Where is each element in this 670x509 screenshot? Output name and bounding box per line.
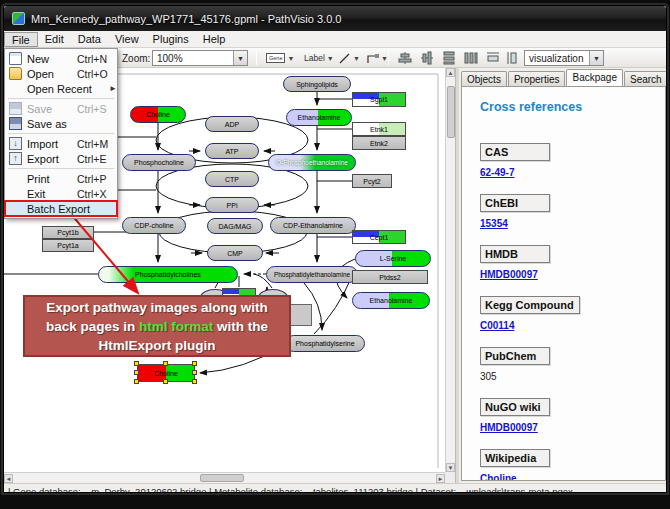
visualization-value: visualization: [525, 53, 589, 64]
zoom-combobox[interactable]: 100% ▼: [152, 50, 248, 66]
chevron-down-icon: ▼: [381, 55, 388, 62]
toolbar-separator: [256, 51, 257, 65]
shortcut-label: Ctrl+E: [77, 153, 117, 165]
scroll-right-arrow[interactable]: ►: [436, 474, 445, 483]
file-menu-item-label: Batch Export: [27, 203, 90, 215]
xref-value: 305: [480, 371, 497, 382]
vertical-scrollbar[interactable]: ▲ ▼: [445, 68, 455, 472]
selection-handle[interactable]: [192, 379, 197, 384]
menu-data[interactable]: Data: [71, 32, 108, 47]
file-menu-item-import[interactable]: ↓ImportCtrl+M: [5, 136, 117, 151]
selection-handle[interactable]: [163, 361, 168, 366]
title-bar[interactable]: Mm_Kennedy_pathway_WP1771_45176.gpml - P…: [4, 6, 666, 31]
node-cept1[interactable]: Cept1: [352, 230, 406, 244]
file-menu-item-print[interactable]: PrintCtrl+P: [5, 171, 117, 186]
node-etnk1[interactable]: Etnk1: [352, 122, 406, 136]
node-etnk2[interactable]: Etnk2: [352, 136, 406, 150]
file-menu-item-label: Open: [27, 68, 77, 80]
selection-handle[interactable]: [134, 361, 139, 366]
node-pcyt2[interactable]: Pcyt2: [352, 174, 392, 188]
node-phosphatidylcholines[interactable]: Phosphatidylcholines: [98, 266, 238, 283]
align-center-y-button[interactable]: [416, 50, 438, 66]
vertical-scroll-thumb[interactable]: [447, 86, 455, 138]
file-menu-item-open-recent[interactable]: Open Recent►: [5, 81, 117, 96]
xref-link[interactable]: 15354: [480, 218, 508, 229]
node-adp[interactable]: ADP: [205, 116, 259, 132]
selection-handle[interactable]: [192, 361, 197, 366]
xref-link[interactable]: Choline: [480, 473, 517, 481]
node-pcyt1a[interactable]: Pcyt1a: [42, 239, 94, 252]
node-o-phosphoethanolamine[interactable]: O-Phosphoethanolamine: [268, 154, 356, 171]
node-ptdss2[interactable]: Ptdss2: [352, 270, 428, 284]
menu-file[interactable]: File: [4, 32, 38, 47]
xref-link[interactable]: 62-49-7: [480, 167, 514, 178]
selection-handle[interactable]: [163, 379, 168, 384]
horizontal-scroll-thumb[interactable]: [200, 474, 244, 482]
common-width-button[interactable]: [482, 50, 504, 66]
xref-source-title: HMDB: [480, 245, 550, 263]
zoom-dropdown-arrow[interactable]: ▼: [233, 51, 247, 65]
horizontal-scrollbar[interactable]: ◄ ►: [4, 472, 445, 483]
distribute-horizontal-button[interactable]: [460, 50, 482, 66]
node-pcyt1b[interactable]: Pcyt1b: [42, 226, 94, 239]
menu-help[interactable]: Help: [196, 32, 233, 47]
node-sphingolipids[interactable]: Sphingolipids: [283, 76, 351, 92]
node-cdp-choline[interactable]: CDP-choline: [122, 217, 186, 234]
common-height-button[interactable]: [502, 50, 524, 66]
xref-link[interactable]: C00114: [480, 320, 514, 331]
file-menu-item-export[interactable]: ↑ExportCtrl+E: [5, 151, 117, 166]
node-ethanolamine-top[interactable]: Ethanolamine: [286, 109, 352, 126]
file-menu-item-label: New: [27, 53, 77, 65]
xref-section-nugo-wiki: NuGO wikiHMDB00097: [480, 397, 665, 435]
scroll-down-arrow[interactable]: ▼: [446, 463, 455, 472]
node-sgpl1[interactable]: Sgpl1: [352, 92, 406, 107]
align-center-x-button[interactable]: [394, 50, 416, 66]
node-choline-top[interactable]: Choline: [130, 106, 186, 123]
xref-link[interactable]: HMDB00097: [480, 422, 538, 433]
scroll-left-arrow[interactable]: ◄: [4, 474, 13, 483]
file-menu-item-open[interactable]: OpenCtrl+O: [5, 66, 117, 81]
shortcut-label: Ctrl+M: [77, 138, 117, 150]
pathvisio-window: Mm_Kennedy_pathway_WP1771_45176.gpml - P…: [3, 5, 667, 493]
node-phosphatidylethanolamine[interactable]: Phosphatidylethanolamine: [266, 266, 358, 283]
shortcut-label: Ctrl+O: [77, 68, 117, 80]
visualization-dropdown-arrow[interactable]: ▼: [589, 51, 603, 65]
datanode-type-button[interactable]: Gene ▼: [262, 50, 298, 66]
selection-handle[interactable]: [192, 370, 197, 375]
node-l-serine[interactable]: L-Serine: [355, 250, 431, 267]
menu-edit[interactable]: Edit: [38, 32, 71, 47]
tab-backpage[interactable]: Backpage: [566, 69, 622, 86]
node-dag-mag[interactable]: DAG/MAG: [207, 218, 263, 234]
menu-view[interactable]: View: [108, 32, 146, 47]
selection-handle[interactable]: [134, 379, 139, 384]
line-tool-button[interactable]: ▼: [334, 50, 364, 66]
menu-bar: FileEditDataViewPluginsHelp: [4, 31, 666, 48]
file-menu-item-exit[interactable]: ExitCtrl+X: [5, 186, 117, 201]
node-ethanolamine-2[interactable]: Ethanolamine: [352, 292, 430, 309]
menu-plugins[interactable]: Plugins: [146, 32, 196, 47]
chevron-down-icon: ▼: [287, 55, 294, 62]
cross-references-heading: Cross references: [480, 100, 665, 114]
node-atp[interactable]: ATP: [205, 143, 259, 159]
tab-objects[interactable]: Objects: [461, 71, 507, 86]
file-menu-item-save-as[interactable]: Save as: [5, 116, 117, 131]
node-cdp-ethanolamine[interactable]: CDP-Ethanolamine: [270, 217, 356, 234]
tab-properties[interactable]: Properties: [508, 71, 566, 86]
node-ctp[interactable]: CTP: [205, 171, 259, 187]
node-phosphatidylserine[interactable]: Phosphatidylserine: [285, 335, 365, 352]
node-phosphocholine[interactable]: Phosphocholine: [122, 154, 196, 171]
node-ppi[interactable]: PPi: [205, 197, 259, 213]
distribute-vertical-button[interactable]: [438, 50, 460, 66]
tab-search[interactable]: Search: [624, 71, 667, 86]
label-tool-button[interactable]: Label ▼: [300, 50, 338, 66]
file-menu-item-label: Export: [27, 153, 77, 165]
selection-handle[interactable]: [134, 370, 139, 375]
xref-link[interactable]: HMDB00097: [480, 269, 538, 280]
file-menu-item-new[interactable]: NewCtrl+N: [5, 51, 117, 66]
node-cmp[interactable]: CMP: [207, 245, 263, 261]
backpage-content[interactable]: Cross references CAS62-49-7ChEBI15354HMD…: [461, 86, 666, 481]
scroll-up-arrow[interactable]: ▲: [446, 68, 455, 77]
file-menu-item-batch-export[interactable]: Batch Export: [5, 201, 117, 216]
node-gray-box[interactable]: [288, 304, 312, 326]
visualization-combobox[interactable]: visualization ▼: [524, 50, 604, 66]
